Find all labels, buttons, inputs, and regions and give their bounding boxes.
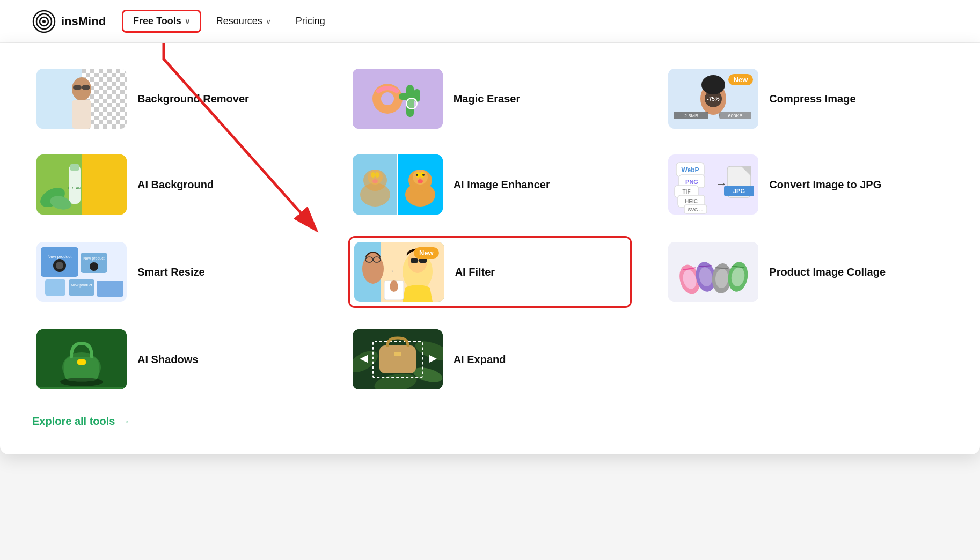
svg-point-58 xyxy=(422,174,425,176)
svg-text:600KB: 600KB xyxy=(728,113,743,119)
svg-rect-84 xyxy=(69,279,94,296)
svg-rect-96 xyxy=(411,258,418,263)
svg-text:-75%: -75% xyxy=(707,96,720,102)
resources-label: Resources xyxy=(216,16,262,27)
svg-rect-86 xyxy=(97,281,123,297)
ai-background-thumb: CREAM xyxy=(36,154,127,215)
tools-grid: Background Remover xyxy=(32,64,948,394)
logo-text: insMind xyxy=(61,14,106,28)
nav-pricing[interactable]: Pricing xyxy=(286,11,335,31)
compress-image-thumb: New 2.5MB → 600KB -75% xyxy=(668,69,758,129)
free-tools-dropdown: Background Remover xyxy=(0,43,980,454)
ai-filter-new-badge: New xyxy=(414,247,439,259)
tool-convert-image[interactable]: WebP PNG TIF HEIC SVG ... → xyxy=(664,150,948,219)
empty-cell xyxy=(664,325,948,394)
free-tools-chevron: ∨ xyxy=(185,17,190,26)
ai-image-enhancer-thumb xyxy=(353,154,443,215)
svg-point-119 xyxy=(60,378,103,386)
tool-smart-resize[interactable]: New product New product New product xyxy=(32,236,316,308)
tool-ai-background[interactable]: CREAM AI Background xyxy=(32,150,316,219)
svg-point-49 xyxy=(375,172,379,178)
nav-free-tools[interactable]: Free Tools ∨ xyxy=(122,10,201,33)
magic-eraser-thumb xyxy=(353,69,443,129)
svg-text:CREAM: CREAM xyxy=(68,186,81,190)
explore-label: Explore all tools xyxy=(32,415,115,428)
svg-rect-37 xyxy=(69,165,81,204)
tool-ai-expand[interactable]: ◀ ▶ AI Expand xyxy=(348,325,632,394)
ai-shadows-thumb xyxy=(36,329,127,389)
svg-rect-126 xyxy=(379,345,416,373)
svg-point-101 xyxy=(391,280,397,288)
convert-image-label: Convert Image to JPG xyxy=(769,178,881,191)
product-image-collage-label: Product Image Collage xyxy=(769,265,886,279)
product-image-collage-thumb xyxy=(668,242,758,302)
explore-all-tools-link[interactable]: Explore all tools → xyxy=(32,415,130,428)
ai-filter-thumb: New → xyxy=(354,242,444,302)
svg-point-50 xyxy=(372,179,378,183)
svg-text:New product: New product xyxy=(48,254,72,259)
svg-point-57 xyxy=(416,174,418,176)
svg-text:▶: ▶ xyxy=(429,353,437,364)
svg-rect-97 xyxy=(419,258,427,263)
ai-filter-label: AI Filter xyxy=(455,265,495,279)
logo-icon xyxy=(32,10,56,33)
nav-resources[interactable]: Resources ∨ xyxy=(207,11,281,31)
svg-text:PNG: PNG xyxy=(685,179,698,185)
explore-arrow: → xyxy=(119,415,130,428)
svg-point-56 xyxy=(418,179,423,183)
resources-chevron: ∨ xyxy=(266,17,271,26)
tool-ai-shadows[interactable]: AI Shadows xyxy=(32,325,316,394)
svg-rect-127 xyxy=(394,352,401,356)
svg-rect-38 xyxy=(70,164,79,171)
tool-ai-filter[interactable]: New → xyxy=(348,236,632,308)
svg-rect-36 xyxy=(82,154,127,215)
svg-rect-118 xyxy=(77,359,86,365)
tool-background-remover[interactable]: Background Remover xyxy=(32,64,316,133)
magic-eraser-label: Magic Eraser xyxy=(454,92,521,106)
svg-point-19 xyxy=(381,92,394,105)
svg-text:→: → xyxy=(385,266,395,276)
svg-point-15 xyxy=(82,85,90,90)
logo-area[interactable]: insMind xyxy=(32,10,106,33)
background-remover-thumb xyxy=(36,69,127,129)
tool-magic-eraser[interactable]: Magic Eraser xyxy=(348,64,632,133)
svg-point-14 xyxy=(73,85,82,90)
ai-background-label: AI Background xyxy=(137,178,214,191)
svg-text:WebP: WebP xyxy=(682,166,699,174)
nav-bar: Free Tools ∨ Resources ∨ Pricing xyxy=(122,10,335,33)
compress-image-label: Compress Image xyxy=(769,92,855,106)
svg-text:2.5MB: 2.5MB xyxy=(684,113,698,119)
pricing-label: Pricing xyxy=(296,16,325,27)
svg-point-3 xyxy=(42,20,46,23)
svg-text:◀: ◀ xyxy=(360,353,368,364)
convert-image-thumb: WebP PNG TIF HEIC SVG ... → xyxy=(668,154,758,215)
ai-expand-label: AI Expand xyxy=(454,352,506,366)
header: insMind Free Tools ∨ Resources ∨ Pricing xyxy=(0,0,980,43)
svg-point-82 xyxy=(90,262,98,271)
svg-text:SVG ...: SVG ... xyxy=(688,207,704,212)
compress-new-badge: New xyxy=(728,74,754,85)
ai-expand-thumb: ◀ ▶ xyxy=(353,329,443,389)
svg-point-48 xyxy=(371,172,375,178)
smart-resize-label: Smart Resize xyxy=(137,265,205,279)
svg-point-79 xyxy=(56,262,63,269)
tool-compress-image[interactable]: New 2.5MB → 600KB -75% xyxy=(664,64,948,133)
svg-text:HEIC: HEIC xyxy=(685,198,698,204)
svg-text:New product: New product xyxy=(71,283,92,288)
ai-image-enhancer-label: AI Image Enhancer xyxy=(454,178,550,191)
svg-rect-83 xyxy=(45,279,65,296)
background-remover-label: Background Remover xyxy=(137,92,249,106)
free-tools-label: Free Tools xyxy=(133,16,181,27)
smart-resize-thumb: New product New product New product xyxy=(36,242,127,302)
ai-shadows-label: AI Shadows xyxy=(137,352,198,366)
tool-product-image-collage[interactable]: Product Image Collage xyxy=(664,236,948,308)
svg-text:New product: New product xyxy=(83,256,104,261)
svg-rect-13 xyxy=(72,100,91,129)
svg-point-23 xyxy=(406,98,417,109)
svg-text:JPG: JPG xyxy=(733,188,745,194)
tool-ai-image-enhancer[interactable]: AI Image Enhancer xyxy=(348,150,632,219)
svg-text:TIF: TIF xyxy=(683,189,691,195)
